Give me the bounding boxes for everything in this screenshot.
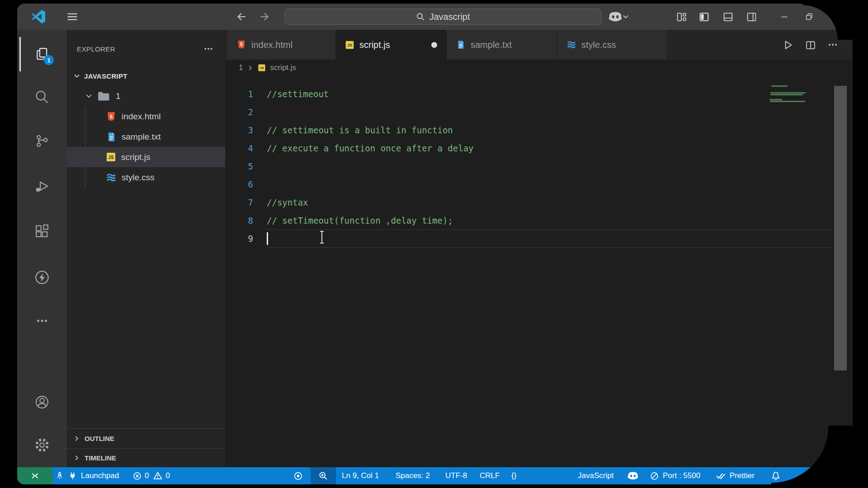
modified-dot-icon[interactable] (431, 42, 437, 48)
editor-scrollbar[interactable] (834, 86, 847, 371)
more-icon (34, 313, 50, 328)
folder-icon (97, 90, 110, 102)
language-mode-item[interactable]: JavaScript (578, 467, 613, 484)
timeline-section[interactable]: TIMELINE (67, 448, 225, 467)
line-number[interactable]: 1 (225, 85, 258, 103)
sidebar-title: EXPLORER (77, 45, 115, 53)
sidebar-item-extensions[interactable] (33, 222, 51, 240)
port-item[interactable]: Port : 5500 (650, 467, 700, 484)
play-icon (782, 39, 793, 51)
search-icon (416, 12, 425, 21)
line-number[interactable]: 3 (225, 121, 258, 139)
formatter-item[interactable]: Prettier (716, 467, 755, 484)
css3-icon (106, 172, 117, 183)
file-row-script-js[interactable]: JS script.js (67, 147, 225, 167)
customize-layout-icon[interactable] (674, 9, 689, 24)
minimize-icon[interactable] (777, 9, 792, 24)
code-line[interactable]: 6 (225, 175, 853, 193)
remote-icon (31, 472, 39, 480)
text-file-icon (456, 40, 466, 50)
code-line[interactable]: 8// setTimeout(function ,delay time); (225, 211, 853, 230)
zoom-item[interactable] (311, 467, 336, 484)
tab-label: sample.txt (471, 40, 512, 50)
frame-corner (803, 4, 853, 40)
toggle-sidebar-icon[interactable] (696, 9, 712, 24)
port-label: Port : 5500 (663, 471, 700, 480)
code-editor[interactable]: 1//settimeout 2 3// settimeout is a buil… (225, 76, 853, 467)
more-views-button[interactable] (33, 312, 51, 330)
code-line[interactable]: 4// execute a function once after a dela… (225, 139, 853, 157)
sidebar-item-explorer[interactable]: 1 (33, 45, 51, 63)
explorer-more-icon[interactable] (203, 44, 213, 54)
braces-icon[interactable]: {} (511, 467, 516, 484)
code-line[interactable]: 7//syntax (225, 193, 853, 211)
file-row-index-html[interactable]: 5 index.html (67, 106, 225, 127)
code-line[interactable]: 2 (225, 103, 853, 121)
launchpad-item[interactable]: Launchpad (55, 467, 119, 484)
sidebar-item-live-server[interactable] (33, 268, 51, 286)
sidebar-item-search[interactable] (33, 88, 51, 106)
line-number[interactable]: 5 (225, 157, 258, 175)
plug-icon (68, 472, 77, 480)
warning-icon (153, 471, 162, 480)
screencast-item[interactable] (294, 467, 302, 484)
explorer-sidebar: EXPLORER JAVASCRIPT 1 (67, 30, 225, 467)
line-number[interactable]: 7 (225, 193, 258, 211)
chevron-down-icon (85, 92, 93, 100)
search-big-icon (34, 89, 50, 105)
folder-row[interactable]: 1 (67, 86, 225, 106)
run-button[interactable] (779, 37, 796, 53)
arrow-forward-icon[interactable] (257, 9, 273, 24)
line-number[interactable]: 4 (225, 139, 258, 157)
sidebar-item-run-debug[interactable] (33, 177, 51, 195)
eol-item[interactable]: CRLF (480, 467, 500, 484)
copilot-icon (627, 472, 638, 480)
line-number[interactable]: 9 (225, 230, 258, 248)
launchpad-label: Launchpad (81, 471, 119, 480)
copilot-status-item[interactable] (627, 467, 638, 484)
sidebar-item-source-control[interactable] (33, 132, 51, 150)
line-number[interactable]: 6 (225, 175, 258, 193)
svg-text:5: 5 (240, 42, 243, 47)
file-row-sample-txt[interactable]: sample.txt (67, 127, 225, 147)
settings-button[interactable] (33, 436, 51, 454)
arrow-back-icon[interactable] (233, 9, 249, 24)
remote-indicator[interactable] (17, 467, 52, 484)
html5-icon: 5 (236, 40, 246, 50)
tab-script-js[interactable]: JS script.js (336, 30, 447, 60)
tab-sample-txt[interactable]: sample.txt (447, 30, 557, 60)
code-text: //syntax (267, 193, 308, 211)
indentation-item[interactable]: Spaces: 2 (396, 467, 430, 484)
code-line[interactable]: 1//settimeout (225, 85, 853, 103)
workspace-row[interactable]: JAVASCRIPT (67, 68, 225, 84)
problems-item[interactable]: 0 0 (133, 467, 170, 484)
account-icon (34, 394, 50, 410)
account-button[interactable] (33, 393, 51, 411)
copilot-button[interactable] (605, 9, 633, 24)
toggle-panel-icon[interactable] (720, 9, 736, 24)
title-bar: Javascript (17, 4, 853, 30)
tab-index-html[interactable]: 5 index.html (227, 30, 336, 60)
bolt-icon (33, 269, 51, 286)
menu-icon[interactable] (65, 9, 80, 24)
code-line[interactable]: 3// settimeout is a built in function (225, 121, 853, 139)
breadcrumb-file[interactable]: script.js (270, 63, 296, 72)
search-input[interactable]: Javascript (285, 9, 601, 25)
encoding-item[interactable]: UTF-8 (445, 467, 467, 484)
toggle-secondary-sidebar-icon[interactable] (744, 9, 759, 24)
zoom-in-icon (319, 471, 328, 480)
outline-section[interactable]: OUTLINE (67, 428, 225, 448)
cursor-position-item[interactable]: Ln 9, Col 1 (342, 467, 379, 484)
breadcrumb-folder[interactable]: 1 (239, 63, 243, 72)
line-number[interactable]: 8 (225, 211, 258, 230)
code-line[interactable]: 5 (225, 157, 853, 175)
line-number[interactable]: 2 (225, 103, 258, 121)
status-bar: Launchpad 0 0 Ln 9, Col 1 Spaces: 2 UTF-… (17, 467, 853, 484)
double-check-icon (716, 471, 726, 480)
copilot-icon (609, 12, 622, 22)
file-row-style-css[interactable]: style.css (67, 167, 225, 188)
vscode-window: Javascript (17, 4, 853, 484)
minimap[interactable] (769, 84, 810, 105)
error-count: 0 (145, 471, 149, 480)
tab-style-css[interactable]: style.css (557, 30, 667, 60)
